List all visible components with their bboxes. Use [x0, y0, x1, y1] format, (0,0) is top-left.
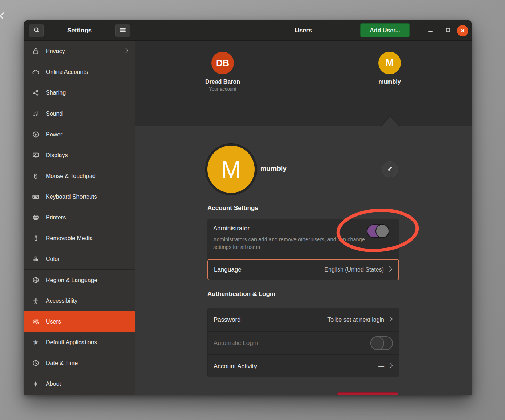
close-icon: [457, 25, 468, 36]
administrator-row[interactable]: Administrator Administrators can add and…: [207, 219, 399, 259]
sidebar-header: Settings: [24, 20, 135, 40]
sidebar-item-printers[interactable]: Printers: [24, 207, 135, 228]
administrator-label: Administrator: [213, 225, 393, 232]
sidebar-item-date-time[interactable]: Date & Time: [24, 353, 135, 373]
administrator-description: Administrators can add and remove other …: [213, 236, 371, 251]
printer-icon: [31, 213, 40, 222]
maximize-button[interactable]: [442, 24, 454, 37]
account-activity-label: Account Activity: [214, 363, 257, 370]
chevron-right-icon: [389, 316, 393, 324]
accessibility-icon: [31, 297, 40, 305]
avatar-initials: DB: [216, 58, 229, 68]
menu-button[interactable]: [115, 24, 130, 37]
sidebar-item-removable-media[interactable]: Removable Media: [24, 228, 135, 249]
sidebar-item-keyboard-shortcuts[interactable]: Keyboard Shortcuts: [24, 186, 135, 207]
sidebar-item-mouse-touchpad[interactable]: Mouse & Touchpad: [24, 166, 135, 186]
avatar-dread-baron: DB: [211, 52, 234, 74]
password-row[interactable]: Password To be set at next login: [208, 308, 399, 331]
keyboard-icon: [31, 193, 40, 201]
edit-name-button[interactable]: [382, 161, 398, 177]
sidebar-item-label: About: [46, 381, 61, 387]
sidebar-item-label: Privacy: [46, 48, 65, 55]
chevron-right-icon: [389, 362, 393, 370]
sidebar-item-label: Mouse & Touchpad: [46, 173, 96, 179]
sidebar-item-privacy[interactable]: Privacy: [24, 41, 135, 62]
toggle-knob: [375, 224, 389, 238]
language-row[interactable]: Language English (United States): [207, 259, 399, 280]
sidebar-item-online-accounts[interactable]: Online Accounts: [24, 62, 135, 82]
sidebar: Privacy Online Accounts Sharing Sound Po…: [24, 41, 135, 395]
usb-drive-icon: [31, 234, 40, 243]
avatar-mumbly: M: [378, 52, 401, 74]
sidebar-item-label: Printers: [46, 214, 66, 221]
language-value: English (United States): [324, 266, 384, 273]
maximize-icon: [446, 27, 450, 34]
sidebar-item-label: Sound: [46, 111, 63, 117]
add-user-button[interactable]: Add User...: [360, 23, 410, 37]
language-label: Language: [214, 266, 242, 273]
sidebar-item-label: Default Applications: [46, 339, 97, 346]
sidebar-item-region-language[interactable]: Region & Language: [24, 270, 135, 290]
sidebar-item-default-applications[interactable]: ★ Default Applications: [24, 332, 135, 353]
profile-avatar-initial: M: [221, 155, 241, 183]
users-icon: [31, 317, 40, 326]
sidebar-item-displays[interactable]: Displays: [24, 145, 135, 166]
user-detail: M mumbly Account Settings Administrator …: [135, 126, 472, 395]
sidebar-item-label: Removable Media: [46, 235, 93, 242]
cloud-icon: [31, 68, 40, 76]
sidebar-item-sound[interactable]: Sound: [24, 103, 135, 124]
display-icon: [31, 151, 40, 160]
share-icon: [31, 88, 40, 97]
sidebar-item-sharing[interactable]: Sharing: [24, 82, 135, 103]
minimize-icon: [428, 27, 433, 34]
music-note-icon: [31, 110, 40, 118]
user-carousel-item-mumbly[interactable]: M mumbly: [350, 52, 430, 85]
sidebar-item-label: Power: [46, 131, 62, 138]
toggle-knob: [370, 336, 384, 350]
automatic-login-row: Automatic Login: [208, 332, 399, 354]
sidebar-item-label: Date & Time: [46, 360, 78, 366]
account-activity-row[interactable]: Account Activity —: [208, 355, 399, 378]
sidebar-item-power[interactable]: Power: [24, 124, 135, 145]
close-button[interactable]: [456, 24, 469, 37]
sidebar-item-label: Color: [46, 256, 60, 262]
sidebar-item-label: Region & Language: [46, 277, 97, 284]
settings-window: Settings Users Add User...: [24, 20, 472, 395]
account-settings-heading: Account Settings: [207, 205, 258, 212]
user-name: mumbly: [378, 79, 401, 85]
sidebar-item-accessibility[interactable]: Accessibility: [24, 290, 135, 311]
avatar-initials: M: [386, 58, 394, 69]
selected-user-caret: [382, 116, 399, 126]
sidebar-item-label: Keyboard Shortcuts: [46, 194, 97, 200]
page-title: Users: [135, 20, 472, 41]
power-icon: [31, 130, 40, 139]
lock-icon: [31, 47, 40, 56]
profile-avatar[interactable]: M: [207, 146, 255, 193]
sparkle-icon: [31, 380, 40, 388]
remove-user-button[interactable]: Remove User...: [337, 392, 398, 395]
user-name: Dread Baron: [205, 79, 240, 85]
sidebar-item-users[interactable]: Users: [24, 311, 135, 332]
authentication-card: Password To be set at next login Automat…: [207, 308, 399, 377]
pencil-icon: [387, 165, 393, 173]
user-carousel-item-dread-baron[interactable]: DB Dread Baron Your account: [183, 52, 263, 92]
sidebar-item-label: Accessibility: [46, 298, 77, 304]
administrator-toggle[interactable]: [367, 224, 389, 238]
automatic-login-toggle[interactable]: [370, 336, 393, 350]
minimize-button[interactable]: [424, 24, 437, 37]
titlebar: Settings Users Add User...: [24, 20, 472, 41]
star-icon: ★: [31, 338, 40, 347]
automatic-login-label: Automatic Login: [214, 340, 258, 347]
sidebar-item-about[interactable]: About: [24, 373, 135, 394]
sidebar-item-color[interactable]: Color: [24, 249, 135, 269]
main-header: Users Add User...: [135, 20, 472, 40]
account-activity-value: —: [378, 363, 384, 370]
sidebar-item-label: Sharing: [46, 90, 66, 96]
password-value: To be set at next login: [327, 317, 384, 323]
password-label: Password: [214, 316, 241, 324]
users-panel: DB Dread Baron Your account M mumbly M m…: [135, 41, 472, 395]
color-circles-icon: [31, 255, 40, 264]
user-subtitle: Your account: [209, 86, 236, 92]
profile-username: mumbly: [260, 165, 287, 173]
sidebar-item-label: Online Accounts: [46, 69, 88, 75]
